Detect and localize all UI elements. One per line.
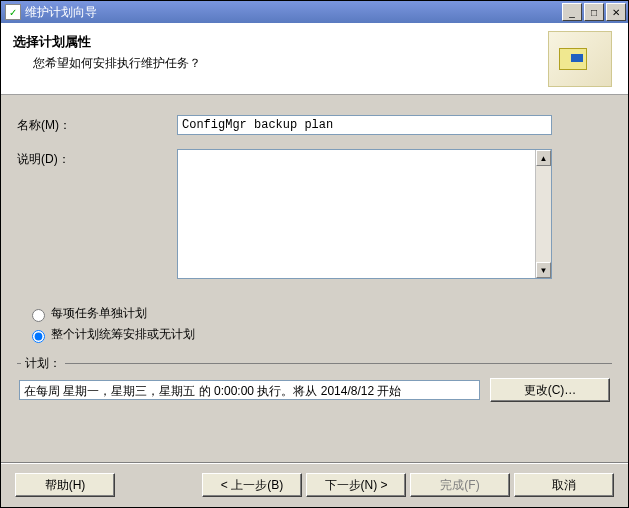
description-label: 说明(D)： [17,149,177,168]
cancel-button[interactable]: 取消 [514,473,614,497]
wizard-window: ✓ 维护计划向导 _ □ ✕ 选择计划属性 您希望如何安排执行维护任务？ 名称(… [0,0,629,508]
description-input[interactable] [178,150,535,278]
window-title: 维护计划向导 [25,4,97,21]
page-subtitle: 您希望如何安排执行维护任务？ [13,55,548,72]
scroll-up-icon[interactable]: ▲ [536,150,551,166]
schedule-summary: 在每周 星期一，星期三，星期五 的 0:00:00 执行。将从 2014/8/1… [19,380,480,400]
schedule-legend: 计划： [21,355,65,372]
name-input[interactable] [177,115,552,135]
description-scrollbar[interactable]: ▲ ▼ [535,150,551,278]
back-button[interactable]: < 上一步(B) [202,473,302,497]
wizard-header-image [548,31,612,87]
close-button[interactable]: ✕ [606,3,626,21]
wizard-footer: 帮助(H) < 上一步(B) 下一步(N) > 完成(F) 取消 [1,462,628,507]
maximize-button[interactable]: □ [584,3,604,21]
finish-button: 完成(F) [410,473,510,497]
schedule-mode-group: 每项任务单独计划 整个计划统筹安排或无计划 [17,305,612,347]
page-title: 选择计划属性 [13,33,548,51]
help-button[interactable]: 帮助(H) [15,473,115,497]
separate-schedule-radio[interactable] [32,309,45,322]
app-icon: ✓ [5,4,21,20]
scroll-down-icon[interactable]: ▼ [536,262,551,278]
combined-schedule-radio[interactable] [32,330,45,343]
change-schedule-button[interactable]: 更改(C)… [490,378,610,402]
wizard-header: 选择计划属性 您希望如何安排执行维护任务？ [1,23,628,95]
next-button[interactable]: 下一步(N) > [306,473,406,497]
titlebar: ✓ 维护计划向导 _ □ ✕ [1,1,628,23]
combined-schedule-label: 整个计划统筹安排或无计划 [51,326,195,343]
minimize-button[interactable]: _ [562,3,582,21]
schedule-fieldset: 计划： 在每周 星期一，星期三，星期五 的 0:00:00 执行。将从 2014… [17,363,612,408]
name-label: 名称(M)： [17,115,177,134]
wizard-body: 名称(M)： 说明(D)： ▲ ▼ 每项任务单独 [1,95,628,462]
description-field: ▲ ▼ [177,149,552,279]
separate-schedule-label: 每项任务单独计划 [51,305,147,322]
